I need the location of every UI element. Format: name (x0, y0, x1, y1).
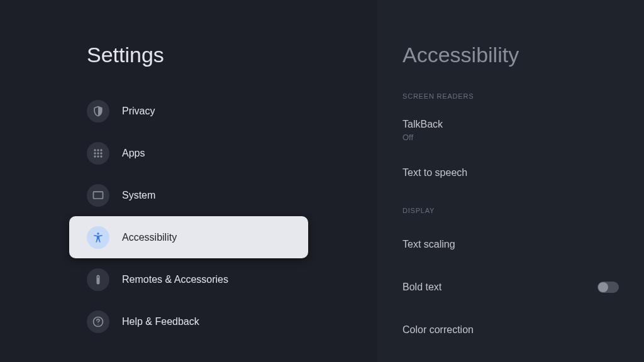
svg-rect-11 (97, 275, 100, 284)
sidebar-item-label: Remotes & Accessories (122, 274, 228, 285)
bold-text-toggle[interactable] (597, 282, 619, 293)
remote-icon (87, 268, 109, 291)
setting-label: Color correction (402, 324, 474, 336)
sidebar-item-label: Apps (122, 148, 145, 159)
setting-text-to-speech[interactable]: Text to speech (402, 156, 619, 189)
sidebar-item-help[interactable]: Help & Feedback (0, 300, 377, 343)
help-icon (87, 310, 109, 333)
svg-point-0 (94, 149, 96, 151)
sidebar-item-label: Accessibility (122, 232, 177, 243)
setting-bold-text[interactable]: Bold text (402, 271, 619, 304)
shield-icon (87, 100, 109, 123)
svg-point-2 (100, 149, 102, 151)
svg-point-3 (94, 152, 96, 154)
nav-list: Privacy Apps System Accessibility Remote (0, 90, 377, 343)
setting-label: Text to speech (402, 167, 467, 178)
detail-title: Accessibility (402, 43, 619, 67)
svg-point-12 (97, 276, 99, 277)
sidebar-item-label: Privacy (122, 106, 155, 117)
sidebar-item-remotes[interactable]: Remotes & Accessories (0, 258, 377, 300)
setting-color-correction[interactable]: Color correction (402, 314, 619, 346)
page-title: Settings (87, 43, 377, 67)
section-header-display: DISPLAY (402, 207, 619, 214)
svg-point-8 (100, 155, 102, 157)
svg-point-5 (100, 152, 102, 154)
section-header-screen-readers: SCREEN READERS (402, 92, 619, 100)
svg-point-10 (97, 233, 99, 234)
sidebar-item-label: Help & Feedback (122, 316, 199, 327)
detail-panel: Accessibility SCREEN READERS TalkBack Of… (377, 0, 644, 362)
setting-sub: Off (402, 133, 443, 142)
monitor-icon (87, 184, 109, 207)
sidebar-item-label: System (122, 190, 155, 201)
svg-point-4 (97, 152, 99, 154)
setting-talkback[interactable]: TalkBack Off (402, 114, 619, 146)
svg-rect-9 (94, 192, 103, 199)
setting-label: Bold text (402, 282, 441, 293)
sidebar-item-apps[interactable]: Apps (0, 132, 377, 174)
setting-text-scaling[interactable]: Text scaling (402, 228, 619, 261)
sidebar-item-accessibility[interactable]: Accessibility (69, 216, 308, 258)
sidebar-item-privacy[interactable]: Privacy (0, 90, 377, 132)
svg-point-14 (97, 324, 98, 324)
setting-label: TalkBack (402, 119, 443, 130)
accessibility-icon (87, 226, 109, 249)
svg-point-7 (97, 155, 99, 157)
svg-point-6 (94, 155, 96, 157)
svg-point-1 (97, 149, 99, 151)
setting-label: Text scaling (402, 239, 455, 250)
sidebar-item-system[interactable]: System (0, 174, 377, 216)
settings-sidebar: Settings Privacy Apps System Accessibili… (0, 0, 377, 362)
grid-icon (87, 142, 109, 165)
